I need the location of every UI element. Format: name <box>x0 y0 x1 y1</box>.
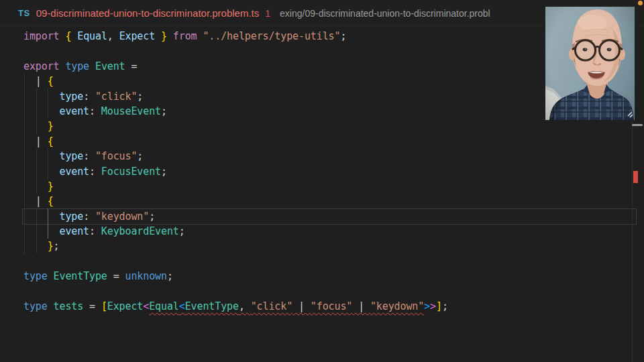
code-line[interactable]: import { Equal, Expect } from "../helper… <box>23 29 448 44</box>
code-token <box>71 30 77 42</box>
code-token: | <box>23 75 48 87</box>
code-token: ; <box>167 270 173 282</box>
code-token: ] <box>436 300 442 312</box>
code-token: import <box>23 30 65 42</box>
code-token: ; <box>179 225 185 237</box>
code-line[interactable]: event: KeyboardEvent; <box>23 224 448 239</box>
code-token: { <box>48 195 54 207</box>
recording-indicator-dot <box>638 1 643 5</box>
code-token: } <box>161 30 167 42</box>
code-token: ; <box>442 300 448 312</box>
tab-error-count-badge: 1 <box>265 8 270 19</box>
code-token: , <box>107 30 119 42</box>
code-token: unknown <box>125 270 167 282</box>
tab-active[interactable]: TS 09-discriminated-union-to-discriminat… <box>0 0 270 26</box>
code-token <box>23 150 59 162</box>
code-token <box>48 300 54 312</box>
code-token: Equal <box>149 300 179 312</box>
code-token <box>89 60 95 72</box>
code-line[interactable] <box>23 284 448 299</box>
code-token: ; <box>149 210 155 223</box>
code-line[interactable]: type: "keydown"; <box>23 209 448 224</box>
code-token: "focus" <box>311 300 352 312</box>
code-line[interactable]: event: FocusEvent; <box>23 164 448 179</box>
code-token <box>23 210 59 223</box>
code-token: ; <box>161 166 167 178</box>
code-token: < <box>179 300 185 312</box>
code-token: type <box>59 90 83 103</box>
breadcrumb[interactable]: exing/09-discriminated-union-to-discrimi… <box>280 8 490 19</box>
code-token: : <box>83 90 95 103</box>
code-token: MouseEvent <box>101 105 161 117</box>
code-token: "keydown" <box>95 210 149 223</box>
code-token: < <box>143 300 149 312</box>
code-token: : <box>83 210 95 223</box>
code-token <box>23 90 59 103</box>
code-token: } <box>48 120 54 132</box>
code-token: event <box>59 105 89 117</box>
code-token <box>23 225 59 237</box>
code-token: [ <box>101 300 107 312</box>
code-token: ; <box>340 30 346 42</box>
code-token: = <box>83 300 101 312</box>
code-token: Equal <box>77 30 107 42</box>
code-token: type <box>23 300 48 312</box>
code-token: FocusEvent <box>101 166 161 178</box>
code-token: | <box>352 300 370 312</box>
code-token: tests <box>54 300 84 312</box>
code-token <box>23 240 48 252</box>
code-line[interactable] <box>23 44 448 58</box>
code-token: from <box>173 30 197 42</box>
code-token: Event <box>95 60 125 72</box>
code-line[interactable]: type tests = [Expect<Equal<EventType, "c… <box>23 299 448 314</box>
code-token: { <box>65 30 71 42</box>
code-line[interactable]: | { <box>23 134 448 149</box>
code-line[interactable]: | { <box>23 194 448 208</box>
code-line[interactable]: } <box>23 119 448 133</box>
overview-ruler-error-marker[interactable] <box>633 171 638 183</box>
code-token: { <box>48 135 54 147</box>
code-token: ; <box>161 105 167 117</box>
code-token <box>23 180 48 192</box>
code-token: > <box>430 300 436 312</box>
tab-filename: 09-discriminated-union-to-discriminator.… <box>36 7 260 19</box>
code-token: type <box>59 210 83 223</box>
code-token: } <box>48 180 54 192</box>
code-line[interactable]: event: MouseEvent; <box>23 104 448 119</box>
code-token: } <box>48 240 54 252</box>
code-token: { <box>48 75 54 87</box>
code-token: | <box>292 300 311 312</box>
code-token <box>48 270 54 282</box>
code-token: "keydown" <box>370 300 424 312</box>
code-token: event <box>59 225 89 237</box>
code-token: : <box>89 166 101 178</box>
code-line[interactable]: type EventType = unknown; <box>23 269 448 284</box>
code-token: ; <box>137 150 143 162</box>
code-token: ; <box>137 90 143 103</box>
code-token: "../helpers/type-utils" <box>203 30 340 42</box>
code-line[interactable]: } <box>23 179 448 194</box>
code-token: EventType <box>54 270 107 282</box>
code-token: EventType <box>185 300 239 312</box>
code-lines: import { Equal, Expect } from "../helper… <box>23 29 448 314</box>
code-line[interactable]: export type Event = <box>23 59 448 74</box>
code-token: type <box>65 60 89 72</box>
code-token: = <box>107 270 125 282</box>
code-line[interactable]: }; <box>23 239 448 253</box>
code-token: : <box>89 225 101 237</box>
code-token: KeyboardEvent <box>101 225 179 237</box>
code-line[interactable] <box>23 254 448 269</box>
code-token: Expect <box>119 30 155 42</box>
code-token <box>23 120 48 132</box>
code-token: | <box>23 195 48 207</box>
code-token: "click" <box>95 90 137 103</box>
code-line[interactable]: type: "focus"; <box>23 149 448 164</box>
code-line[interactable]: type: "click"; <box>23 89 448 104</box>
code-token: type <box>23 270 48 282</box>
code-token <box>23 105 59 117</box>
scrollbar-handle[interactable] <box>632 124 643 126</box>
vscode-window: TS 09-discriminated-union-to-discriminat… <box>0 0 644 362</box>
code-line[interactable]: | { <box>23 74 448 88</box>
code-token: Expect <box>107 300 143 312</box>
webcam-overlay[interactable] <box>545 7 635 120</box>
